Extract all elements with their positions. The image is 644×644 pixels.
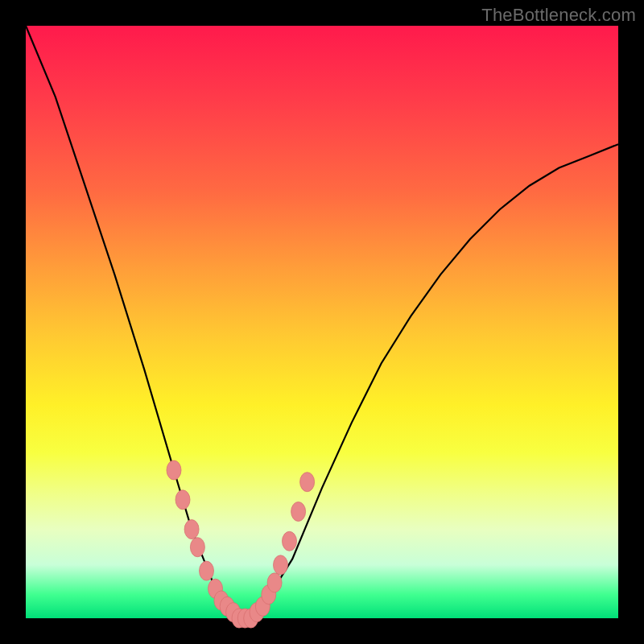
marker-group [167, 460, 315, 628]
chart-overlay [26, 26, 618, 618]
curve-marker [175, 490, 190, 510]
curve-marker [200, 561, 214, 580]
bottleneck-curve [26, 26, 618, 618]
curve-marker [267, 573, 282, 592]
curve-marker [190, 538, 204, 557]
curve-marker [300, 473, 315, 492]
curve-marker [167, 460, 181, 480]
watermark-text: TheBottleneck.com [481, 5, 636, 26]
curve-marker [274, 555, 288, 575]
curve-marker [291, 502, 306, 522]
curve-marker [283, 531, 297, 551]
curve-marker [184, 520, 199, 539]
